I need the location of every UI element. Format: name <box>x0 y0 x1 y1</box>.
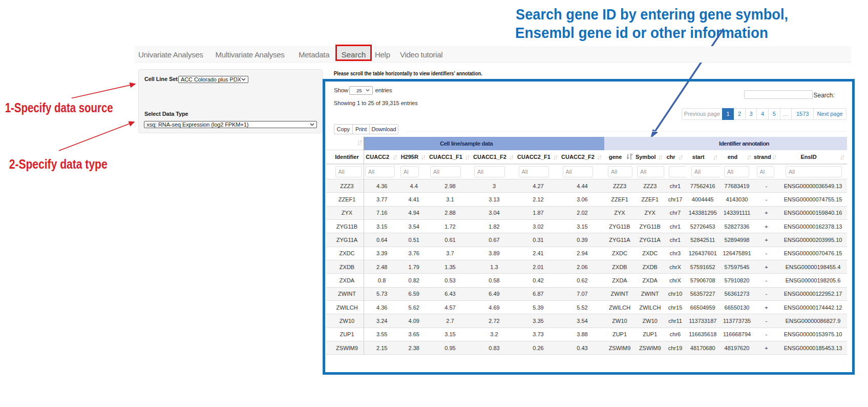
svg-text:1-Specify data source: 1-Specify data source <box>5 100 113 115</box>
svg-text:Please scroll the table horizo: Please scroll the table horizontally to … <box>334 70 482 76</box>
svg-text:2-Specify data type: 2-Specify data type <box>9 157 108 171</box>
svg-text:Search gene ID by entering gen: Search gene ID by entering gene symbol, <box>516 6 788 23</box>
svg-text:Ensembl gene id or other infor: Ensembl gene id or other information <box>515 25 768 41</box>
